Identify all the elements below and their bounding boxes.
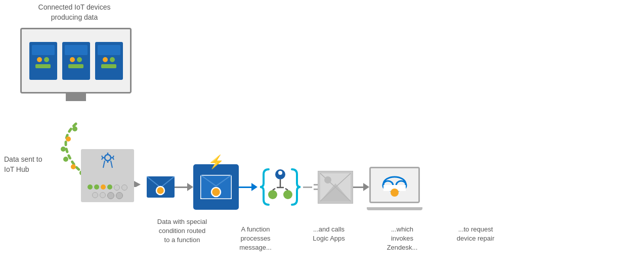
dot-g6 <box>101 64 116 68</box>
calls-logic-apps-label: ...and calls Logic Apps <box>301 225 357 243</box>
server-top-2 <box>65 45 88 55</box>
dot-g2 <box>35 64 51 68</box>
prong-1 <box>314 184 318 185</box>
data-dot <box>107 184 112 190</box>
dot-o3 <box>103 57 108 62</box>
data-dot <box>114 184 120 191</box>
svg-line-14 <box>103 161 105 168</box>
server-unit-3 <box>95 42 123 80</box>
data-routed-label: Data with special condition routed to a … <box>147 217 218 245</box>
laptop-screen <box>369 167 420 203</box>
arrow-1 <box>175 183 193 191</box>
iot-hub-label: Data sent to IoT Hub <box>4 155 77 174</box>
data-dots <box>84 184 131 199</box>
svg-point-19 <box>211 188 221 197</box>
dot-g5 <box>110 57 115 62</box>
svg-point-17 <box>156 186 164 195</box>
email-icon-wrapper <box>147 176 175 198</box>
arrow-line-2 <box>239 186 251 188</box>
function-box-wrapper: ⚡ <box>193 164 239 210</box>
data-dot <box>107 192 114 199</box>
arrowhead-1 <box>187 183 193 191</box>
iot-hub-container <box>81 149 134 202</box>
svg-point-2 <box>61 147 66 152</box>
svg-line-25 <box>273 189 275 190</box>
dot-g3 <box>77 57 82 62</box>
invokes-zendesk-label: ...which invokes Zendesk... <box>377 225 427 253</box>
server-dots-2 <box>70 57 82 62</box>
dot-green-1 <box>44 57 49 62</box>
email-icon <box>147 176 175 198</box>
server-unit-2 <box>62 42 90 80</box>
data-dot <box>94 184 99 190</box>
server-dots-2b <box>68 64 83 68</box>
arrow-line-3 <box>353 186 363 188</box>
iot-hub-icon <box>98 152 118 172</box>
svg-point-0 <box>72 126 77 131</box>
server-dots-1b <box>35 64 51 68</box>
svg-line-26 <box>285 189 288 190</box>
function-envelope-icon <box>200 175 232 199</box>
logic-apps-icon <box>257 164 303 210</box>
svg-line-15 <box>111 161 112 168</box>
zendesk-wrapper <box>318 171 353 204</box>
connector-line <box>303 186 312 188</box>
arrow-line-1 <box>175 186 187 188</box>
data-dot <box>88 184 93 190</box>
server-unit-1 <box>29 42 57 80</box>
data-dot <box>92 192 98 198</box>
dot-orange <box>37 57 42 62</box>
flow-row: ⚡ <box>147 164 420 210</box>
laptop-content-icon <box>377 171 412 199</box>
svg-point-1 <box>66 136 71 142</box>
function-box <box>193 164 239 210</box>
svg-point-32 <box>324 176 331 183</box>
data-dot <box>116 192 123 199</box>
laptop-base <box>367 207 422 210</box>
dot-o2 <box>70 57 75 62</box>
data-dot <box>121 184 127 191</box>
data-dot <box>101 184 106 190</box>
monitor-box <box>20 28 132 94</box>
logic-apps-wrapper <box>257 164 303 210</box>
iot-devices-label: Connected IoT devices producing data <box>16 3 133 22</box>
server-top-3 <box>98 45 120 55</box>
svg-point-9 <box>105 155 111 161</box>
svg-point-21 <box>278 171 282 175</box>
diagram-container: Connected IoT devices producing data <box>0 0 644 280</box>
svg-point-23 <box>268 190 277 199</box>
prong-2 <box>314 189 318 190</box>
server-top-1 <box>32 45 55 55</box>
arrow-3 <box>353 183 369 191</box>
plug-prongs <box>314 184 318 190</box>
svg-point-38 <box>391 189 399 197</box>
svg-point-24 <box>283 190 292 199</box>
connector-plug <box>303 184 318 190</box>
svg-marker-8 <box>134 181 141 187</box>
server-dots-3b <box>101 64 116 68</box>
laptop-wrapper <box>369 167 420 207</box>
dot-g4 <box>68 64 83 68</box>
request-repair-label: ...to request device repair <box>445 225 506 243</box>
arrow-2 <box>239 183 257 191</box>
function-processes-label: A function processes message... <box>228 225 283 253</box>
arrowhead-2 <box>251 183 257 191</box>
lightning-icon: ⚡ <box>208 154 224 170</box>
server-dots-1 <box>37 57 49 62</box>
data-dot <box>100 192 106 198</box>
arrowhead-3 <box>363 183 369 191</box>
server-dots-3 <box>103 57 115 62</box>
zendesk-icon <box>318 171 353 204</box>
